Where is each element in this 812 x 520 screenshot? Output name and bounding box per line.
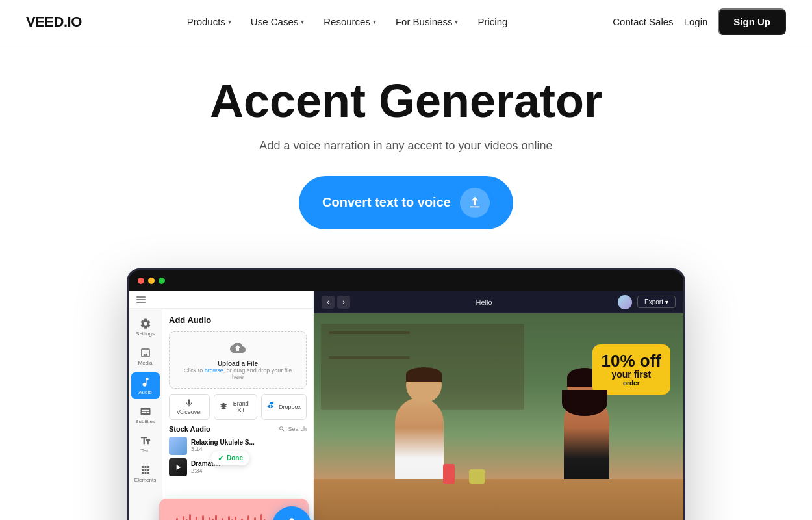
sidebar-item-text[interactable]: Text [131,431,160,458]
export-button[interactable]: Export ▾ [637,296,676,308]
menu-icon[interactable] [136,296,146,303]
back-icon [325,299,331,306]
person-right-long-hair [562,390,607,416]
video-preview: Hello Export ▾ [314,291,683,520]
waveform-bar [176,518,178,520]
sidebar-item-settings[interactable]: Settings [131,314,160,341]
upload-icon [177,340,298,360]
audio-panel-content: Add Audio Upload a File Click to browse,… [162,309,313,520]
nav-pricing[interactable]: Pricing [470,11,515,32]
track-info: Relaxing Ukulele S... 3:14 [191,439,307,452]
signup-button[interactable]: Sign Up [718,8,786,35]
nav-resources[interactable]: Resources ▾ [316,11,384,32]
menu-line [136,299,146,300]
preview-topbar: Hello Export ▾ [314,291,683,313]
upload-zone[interactable]: Upload a File Click to browse, or drag a… [169,332,307,389]
nav-right: Contact Sales Login Sign Up [613,8,786,35]
waveform-bar [254,517,256,520]
menu-line [136,296,146,298]
promo-percent: 10% off [602,352,661,369]
upload-icon [468,196,482,210]
check-icon: ✓ [218,454,224,463]
upload-text: Upload a File [177,360,298,367]
sidebar-item-audio[interactable]: Audio [131,372,160,399]
contact-sales-link[interactable]: Contact Sales [613,16,673,27]
promo-line1: your first [602,369,661,380]
audio-icon [140,376,151,388]
play-icon [173,463,183,472]
waveform-bar [189,514,191,520]
forward-icon [340,299,347,306]
track-duration: 3:14 [191,446,307,452]
track-info: Dramati... 2:34 [191,460,307,474]
convert-text-to-voice-button[interactable]: Convert text to voice [299,176,513,229]
nav-links: Products ▾ Use Cases ▾ Resources ▾ For B… [179,11,516,32]
dropbox-option[interactable]: Dropbox [261,394,307,420]
chevron-down-icon: ▾ [301,18,304,25]
promo-line2: order [602,380,661,387]
preview-nav [322,296,350,309]
back-button[interactable] [322,296,335,309]
waveform-bar [260,514,262,520]
search-icon [279,426,285,432]
mic-button[interactable] [272,506,311,520]
sidebar-label-elements: Elements [134,477,156,483]
nav-for-business[interactable]: For Business ▾ [388,11,466,32]
editor-sidebar: Settings Media Audio Subtitles [129,309,313,520]
waveform-bar [215,515,217,520]
waveform-bars [170,513,266,520]
stock-title-row: Stock Audio Search [169,425,307,433]
chevron-down-icon: ▾ [228,18,231,25]
sidebar-label-subtitles: Subtitles [135,419,155,424]
logo[interactable]: VEED.IO [26,14,82,31]
waveform-bar [228,516,230,520]
window-maximize-dot [159,278,165,284]
waveform-bar [196,517,197,520]
microphone-icon [283,517,301,520]
device-frame: Settings Media Audio Subtitles [127,268,685,520]
sidebar-item-subtitles[interactable]: Subtitles [131,402,160,428]
video-background: 10% off your first order Share the good … [314,312,683,520]
text-icon [140,435,151,447]
waveform-bar [222,518,223,520]
settings-icon [140,318,151,330]
panel-title: Add Audio [169,315,307,325]
chevron-down-icon: ▾ [373,18,376,25]
track-name: Relaxing Ukulele S... [191,439,307,446]
waveform-bar [247,515,249,520]
waveform-bar [235,517,236,520]
forward-button[interactable] [337,296,350,309]
track-duration: 2:34 [191,467,307,474]
menu-line [136,302,146,303]
sidebar-item-media[interactable]: Media [131,343,160,370]
shelf-line [329,332,410,334]
sidebar-label-text: Text [140,448,150,454]
device-topbar [129,270,683,291]
browse-link[interactable]: browse [205,367,223,374]
person-left-hair [406,367,442,382]
food-item [469,469,485,484]
preview-hello-text: Hello [476,298,492,306]
voiceover-option[interactable]: Voiceover [169,394,210,420]
mockup-section: Settings Media Audio Subtitles [0,249,812,520]
sidebar-label-media: Media [138,360,153,366]
sidebar-label-settings: Settings [136,331,155,337]
counter [314,479,683,520]
audio-options: Voiceover Brand Kit Dropbox [169,394,307,420]
stock-search[interactable]: Search [279,426,307,432]
waveform-bar [202,515,204,520]
user-avatar [618,295,632,309]
nav-products[interactable]: Products ▾ [179,11,239,32]
person-left-body [395,398,444,489]
track-thumbnail [169,437,187,455]
sidebar-item-elements[interactable]: Elements [131,460,160,487]
editor-topbar [129,291,313,309]
media-icon [140,347,151,359]
login-link[interactable]: Login [684,16,708,27]
brand-kit-option[interactable]: Brand Kit [214,394,257,420]
editor-interface: Settings Media Audio Subtitles [129,291,683,520]
chevron-down-icon: ▾ [455,18,458,25]
subtitles-icon [140,406,151,417]
nav-use-cases[interactable]: Use Cases ▾ [243,11,312,32]
bottle [443,464,455,484]
